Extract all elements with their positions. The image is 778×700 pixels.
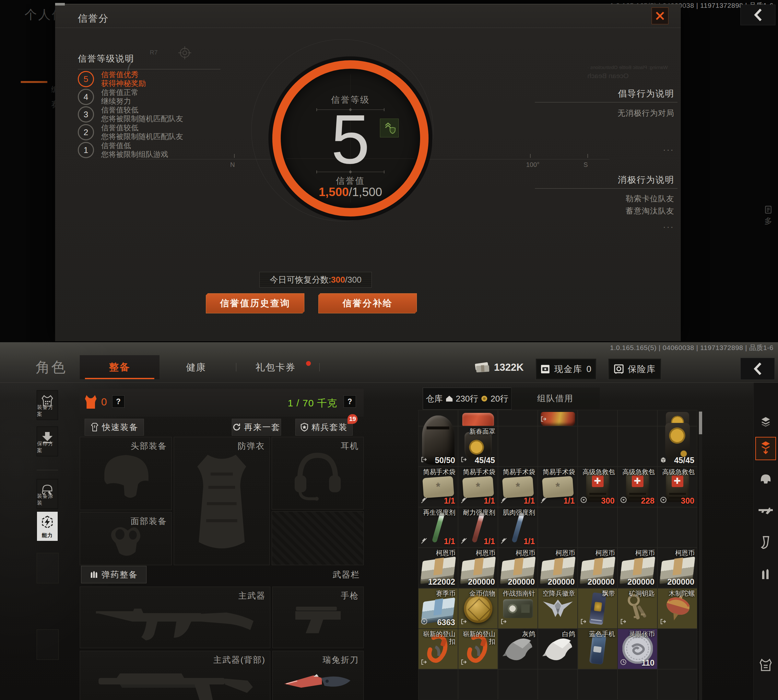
warehouse-item[interactable]: 柯恩币200000 (618, 548, 658, 588)
close-button[interactable] (651, 7, 668, 24)
scrollbar-thumb[interactable] (699, 412, 702, 434)
warehouse-item[interactable]: 蓝色手机 (578, 629, 618, 669)
slot-label: 手枪 (341, 590, 359, 602)
warehouse-item[interactable]: 45/45 (658, 426, 697, 467)
screen: 1.0.165.165(5) | 04060038 | 11971372898 … (0, 0, 778, 700)
warehouse-item[interactable] (538, 410, 578, 426)
cash-vault-button[interactable]: 现金库 0 (536, 358, 596, 380)
filter-button[interactable] (758, 658, 773, 673)
slot-knife[interactable]: 瑞兔折刀 (272, 651, 364, 700)
item-name: 肌肉强度剂 (499, 509, 535, 516)
warehouse-item[interactable]: 耐力强度剂1/1 (458, 507, 498, 548)
sidebar-item-4[interactable]: 能力 (37, 512, 58, 541)
filter-button[interactable] (758, 535, 773, 551)
warehouse-item[interactable]: 赛季币6363 (418, 588, 458, 629)
warehouse-item[interactable]: 崭新的登山扣 (458, 629, 498, 669)
slot-empty[interactable] (272, 512, 364, 565)
slot-primary-weapon[interactable]: 主武器 (80, 587, 270, 648)
slot-pistol[interactable]: 手枪 (272, 587, 364, 648)
filter-button[interactable] (758, 472, 773, 487)
warehouse-item[interactable]: 木制陀螺 (658, 588, 697, 629)
credit-score-value: 1,500/1,500 (281, 185, 420, 199)
warehouse-item[interactable]: 再生强度剂1/1 (418, 507, 458, 548)
item-name: 柯恩币 (539, 549, 575, 557)
warehouse-item[interactable]: 空降兵徽章 (538, 588, 578, 629)
warehouse-item[interactable]: 飘带 (578, 588, 618, 629)
sidebar-empty-slot (37, 629, 58, 660)
warehouse-item[interactable]: 作战指南针 (498, 588, 538, 629)
negative-heading: 消极行为说明 (618, 174, 674, 186)
warehouse-item[interactable]: ✚高级急救包300 (578, 467, 618, 507)
mirrored-map-text: Warning: Plastic Bottle Obstructions · O… (588, 65, 668, 80)
warehouse-tab[interactable]: 仓库 230行 20行 (423, 388, 511, 410)
team-borrow-tab[interactable]: 组队借用 (511, 388, 600, 409)
item-image (581, 559, 614, 578)
warehouse-item[interactable]: 矿洞钥匙 (618, 588, 658, 629)
warehouse-empty-cell (578, 669, 618, 700)
sidebar-item-1[interactable]: 装备方案 (37, 390, 58, 420)
armor-help-button[interactable]: ? (112, 395, 125, 408)
item-image (591, 593, 604, 624)
tab-giftcards[interactable]: 礼包卡券 (255, 361, 296, 374)
warehouse-item[interactable]: *简易手术袋1/1 (538, 467, 578, 507)
face-mask-silhouette-icon (103, 520, 149, 559)
insurance-vault-button[interactable]: 保险库 (608, 358, 661, 380)
level-description: 信誉值优秀获得神秘奖励 (101, 70, 146, 88)
warehouse-item[interactable]: 白鸽 (538, 629, 578, 669)
gauge-bottom-label: 信誉值 (281, 175, 420, 187)
warehouse-item[interactable]: 柯恩币200000 (578, 548, 618, 588)
warehouse-item[interactable]: 柯恩币122002 (418, 548, 458, 588)
warehouse-item[interactable]: *简易手术袋1/1 (458, 467, 498, 507)
warehouse-item[interactable]: 柯恩币200000 (658, 548, 697, 588)
credit-supply-button[interactable]: 信誉分补给 (318, 293, 417, 313)
item-name: 柯恩币 (499, 549, 535, 557)
filter-button[interactable] (758, 415, 773, 430)
elite-set-button[interactable]: 精兵套装 (296, 419, 353, 435)
warehouse-item[interactable] (458, 410, 498, 426)
warehouse-coin-rows: 20行 (491, 393, 508, 405)
warehouse-empty-cell (538, 669, 578, 700)
sidebar-item-3[interactable]: 装备涂装 (37, 479, 58, 509)
warehouse-item[interactable]: 新春面罩45/45 (458, 426, 498, 467)
scrollbar-track[interactable] (699, 410, 702, 700)
weight-help-button[interactable]: ? (344, 395, 356, 408)
another-set-button[interactable]: 再来一套 (232, 419, 281, 435)
warehouse-item[interactable]: 柯恩币200000 (458, 548, 498, 588)
level-number-circle: 3 (78, 106, 94, 122)
warehouse-item[interactable]: 柯恩币200000 (538, 548, 578, 588)
slot-body-armor[interactable]: 防弹衣 (174, 437, 270, 565)
warehouse-item[interactable]: 柯恩币200000 (498, 548, 538, 588)
item-name: 简易手术袋 (460, 468, 495, 476)
item-value: 200000 (628, 577, 654, 587)
slot-primary-back[interactable]: 主武器(背部) (80, 651, 270, 700)
back-button[interactable] (740, 5, 775, 25)
warehouse-item[interactable]: 灰鸽 (498, 629, 538, 669)
back-button[interactable] (740, 358, 775, 380)
warehouse-item[interactable]: ✚高级急救包228 (618, 467, 658, 507)
warehouse-item[interactable]: 灵眼伥币110 (618, 629, 658, 669)
tab-health[interactable]: 健康 (186, 361, 206, 374)
warehouse-item[interactable]: *简易手术袋1/1 (498, 467, 538, 507)
warehouse-item[interactable]: *简易手术袋1/1 (418, 467, 458, 507)
warehouse-item[interactable]: 肌肉强度剂1/1 (498, 507, 538, 548)
ammo-setup-button[interactable]: 弹药整备 (81, 566, 147, 583)
slot-head-gear[interactable]: 头部装备 (80, 437, 172, 510)
filter-selected-button[interactable] (755, 437, 776, 460)
slot-headset[interactable]: 耳机 (272, 437, 364, 510)
quick-equip-button[interactable]: 快速装备 (85, 419, 144, 435)
item-name: 新春面罩 (460, 428, 495, 435)
filter-helmet-icon (759, 473, 773, 486)
warehouse-item[interactable]: ✚高级急救包300 (658, 467, 697, 507)
filter-button[interactable] (758, 503, 773, 519)
insurance-vault-label: 保险库 (628, 363, 656, 375)
filter-button[interactable] (758, 567, 773, 583)
tab-loadout[interactable]: 整备 (80, 355, 160, 379)
warehouse-item[interactable]: 50/50 (418, 426, 458, 467)
credit-history-button[interactable]: 信誉值历史查询 (206, 293, 304, 313)
sidebar-item-2[interactable]: 保存方案 (37, 427, 58, 456)
slot-face-gear[interactable]: 面部装备 (80, 512, 172, 565)
warehouse-item[interactable]: 金币信物 (458, 588, 498, 629)
item-value: 1/1 (484, 537, 495, 546)
warehouse-item[interactable]: 崭新的登山扣 (418, 629, 458, 669)
injector-icon (460, 497, 467, 505)
